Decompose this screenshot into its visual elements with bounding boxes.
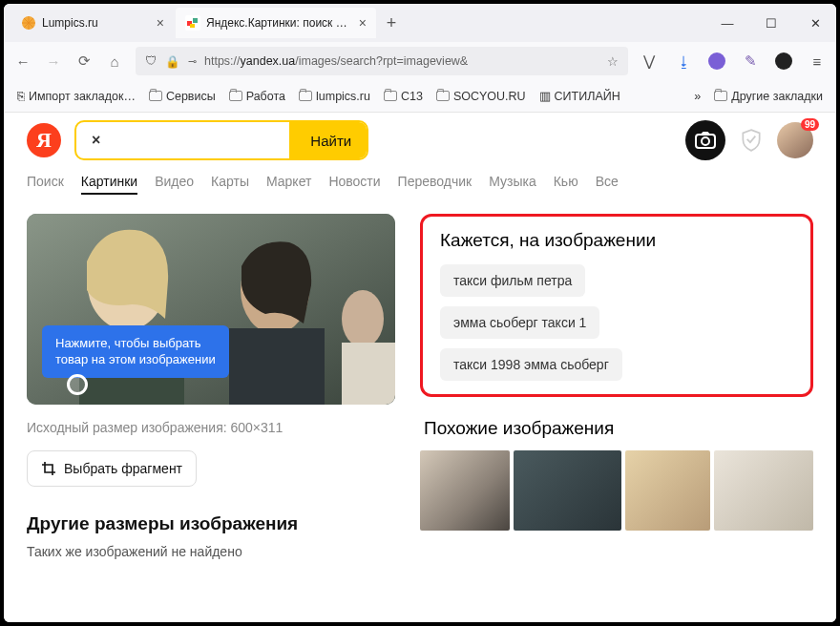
lock-icon: 🔒	[165, 54, 180, 69]
bookmark-item[interactable]: Работа	[229, 90, 285, 103]
guess-panel: Кажется, на изображении такси фильм петр…	[420, 214, 813, 397]
back-icon[interactable]: ←	[13, 53, 32, 70]
browser-toolbar: ← → ⟳ ⌂ 🛡 🔒 ⊸ https://yandex.ua/images/s…	[4, 42, 836, 80]
bookmark-item[interactable]: SOCYOU.RU	[436, 90, 526, 103]
tab-video[interactable]: Видео	[155, 174, 194, 195]
similar-thumb[interactable]	[714, 450, 813, 531]
service-tabs: Поиск Картинки Видео Карты Маркет Новост…	[4, 164, 836, 206]
svg-point-6	[702, 137, 709, 145]
tab-news[interactable]: Новости	[328, 174, 380, 195]
tab-music[interactable]: Музыка	[489, 174, 536, 195]
svg-rect-3	[193, 18, 198, 23]
guess-chip[interactable]: такси 1998 эмма сьоберг	[440, 348, 622, 381]
tab-maps[interactable]: Карты	[211, 174, 249, 195]
overflow-icon[interactable]: »	[694, 90, 701, 103]
notification-badge: 99	[801, 118, 819, 131]
similar-thumb[interactable]	[514, 450, 621, 531]
crop-icon	[41, 461, 56, 476]
import-icon: ⎘	[17, 90, 25, 103]
perm-icon[interactable]: ⊸	[188, 55, 197, 68]
similar-title: Похожие изображения	[420, 418, 813, 439]
guess-chip[interactable]: эмма сьоберг такси 1	[440, 306, 599, 339]
search-box: × Найти	[74, 120, 368, 160]
tab-market[interactable]: Маркет	[266, 174, 311, 195]
close-tab-icon[interactable]: ×	[359, 15, 367, 31]
close-window-icon[interactable]: ✕	[802, 16, 829, 31]
guess-title: Кажется, на изображении	[440, 230, 793, 251]
site-icon: ▥	[539, 89, 551, 103]
forward-icon[interactable]: →	[44, 53, 63, 70]
search-input[interactable]	[108, 122, 289, 158]
reload-icon[interactable]: ⟳	[74, 52, 94, 70]
other-bookmarks[interactable]: Другие закладки	[714, 90, 823, 103]
crop-button[interactable]: Выбрать фрагмент	[27, 450, 197, 487]
bookmark-item[interactable]: Сервисы	[149, 90, 216, 103]
svg-rect-4	[190, 24, 195, 28]
tab-translate[interactable]: Переводчик	[398, 174, 472, 195]
tab-q[interactable]: Кью	[554, 174, 578, 195]
folder-icon	[436, 91, 450, 101]
maximize-icon[interactable]: ☐	[758, 16, 785, 31]
star-icon[interactable]: ☆	[607, 54, 619, 69]
bookmark-item[interactable]: ▥СИТИЛАЙН	[539, 89, 620, 103]
bookmark-item[interactable]: lumpics.ru	[299, 90, 370, 103]
tab-all[interactable]: Все	[596, 174, 619, 195]
shield-icon[interactable]: 🛡	[145, 54, 158, 68]
camera-search-button[interactable]	[685, 120, 725, 160]
tab-search[interactable]: Поиск	[27, 174, 64, 195]
user-avatar[interactable]: 99	[777, 122, 813, 158]
svg-point-13	[342, 290, 384, 347]
menu-icon[interactable]: ≡	[808, 53, 827, 70]
url-text: https://yandex.ua/images/search?rpt=imag…	[204, 54, 599, 68]
close-tab-icon[interactable]: ×	[157, 15, 164, 31]
folder-icon	[229, 91, 242, 101]
feather-icon[interactable]: ✎	[741, 52, 760, 70]
other-sizes-title: Другие размеры изображения	[27, 513, 395, 534]
svg-rect-14	[342, 343, 395, 405]
bookmark-bar: ⎘Импорт закладок… Сервисы Работа lumpics…	[4, 80, 836, 113]
folder-icon	[384, 91, 397, 101]
source-image[interactable]: Нажмите, чтобы выбрать товар на этом изо…	[27, 214, 395, 405]
folder-icon	[299, 91, 312, 101]
guess-chip[interactable]: такси фильм петра	[440, 264, 585, 297]
new-tab-button[interactable]: +	[378, 8, 405, 38]
source-size-text: Исходный размер изображения: 600×311	[27, 420, 395, 435]
url-bar[interactable]: 🛡 🔒 ⊸ https://yandex.ua/images/search?rp…	[136, 47, 628, 75]
similar-thumb[interactable]	[420, 450, 510, 531]
search-button[interactable]: Найти	[289, 122, 368, 158]
extension-icon[interactable]	[708, 52, 725, 70]
noscript-icon[interactable]	[775, 52, 792, 70]
folder-icon	[149, 91, 162, 101]
browser-titlebar: Lumpics.ru × Яндекс.Картинки: поиск по и…	[4, 4, 836, 42]
favicon-lumpics	[21, 15, 36, 31]
download-icon[interactable]: ⭳	[674, 53, 693, 70]
minimize-icon[interactable]: ―	[714, 16, 741, 31]
tab-label: Яндекс.Картинки: поиск по из	[206, 16, 353, 30]
other-sizes-sub: Таких же изображений не найдено	[27, 544, 395, 559]
svg-rect-11	[229, 328, 325, 405]
similar-thumb[interactable]	[625, 450, 710, 531]
bookmark-item[interactable]: C13	[384, 90, 423, 103]
tab-label: Lumpics.ru	[42, 16, 151, 30]
folder-icon	[714, 91, 727, 101]
browser-tab-active[interactable]: Яндекс.Картинки: поиск по из ×	[176, 8, 376, 38]
home-icon[interactable]: ⌂	[105, 53, 124, 70]
clear-chip-icon[interactable]: ×	[92, 132, 100, 149]
bookmark-item[interactable]: ⎘Импорт закладок…	[17, 90, 136, 103]
pocket-icon[interactable]: ⋁	[640, 52, 659, 70]
tab-images[interactable]: Картинки	[81, 174, 137, 195]
safe-icon[interactable]	[739, 128, 764, 153]
favicon-yandex	[185, 15, 200, 31]
product-marker-icon[interactable]	[67, 374, 88, 395]
browser-tab[interactable]: Lumpics.ru ×	[11, 8, 174, 38]
product-tip[interactable]: Нажмите, чтобы выбрать товар на этом изо…	[42, 325, 229, 378]
yandex-logo[interactable]: Я	[27, 123, 61, 157]
